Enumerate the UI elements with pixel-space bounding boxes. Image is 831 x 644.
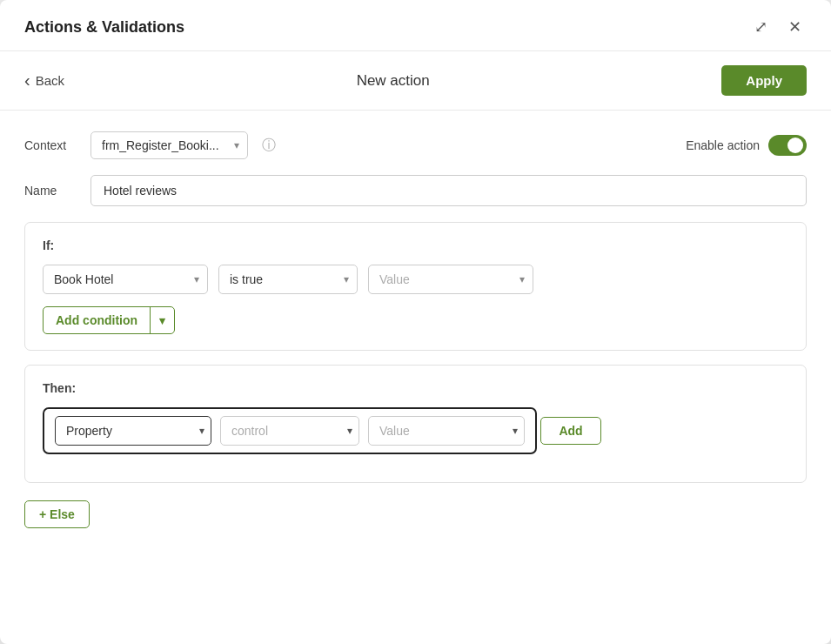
toolbar: ‹ Back New action Apply — [0, 51, 831, 111]
value-select-wrapper: Value ▾ — [368, 416, 525, 446]
info-icon: ⓘ — [262, 137, 276, 155]
then-section: Then: Property ▾ control ▾ Value — [24, 365, 807, 483]
else-button[interactable]: + Else — [24, 500, 90, 528]
condition-row: Book Hotel ▾ is true ▾ Value ▾ — [43, 265, 788, 294]
toggle-slider — [768, 135, 807, 156]
modal-title: Actions & Validations — [24, 18, 184, 37]
condition-val-select[interactable]: Value — [368, 265, 533, 294]
modal-header: Actions & Validations ⤢ ✕ — [0, 0, 831, 51]
add-condition-label: Add condition — [44, 307, 151, 333]
modal-header-icons: ⤢ ✕ — [749, 16, 807, 38]
property-select[interactable]: Property — [55, 416, 211, 446]
name-label: Name — [24, 184, 77, 198]
content: Context frm_Register_Booki... ▾ ⓘ Enable… — [0, 111, 831, 549]
close-icon: ✕ — [788, 17, 801, 37]
control-select-wrapper: control ▾ — [220, 416, 359, 446]
if-label: If: — [43, 238, 788, 252]
name-row: Name — [24, 175, 807, 206]
modal: Actions & Validations ⤢ ✕ ‹ Back New act… — [0, 0, 831, 644]
condition-val-wrapper: Value ▾ — [368, 265, 533, 294]
control-select[interactable]: control — [220, 416, 359, 446]
property-select-wrapper: Property ▾ — [55, 416, 211, 446]
condition-op-wrapper: is true ▾ — [218, 265, 358, 294]
add-condition-button[interactable]: Add condition ▾ — [43, 306, 175, 334]
context-select-wrapper: frm_Register_Booki... ▾ — [90, 131, 248, 159]
toolbar-title: New action — [357, 72, 430, 90]
condition-field-select[interactable]: Book Hotel — [43, 265, 208, 294]
expand-icon: ⤢ — [754, 17, 767, 37]
back-button[interactable]: ‹ Back — [24, 70, 64, 91]
condition-op-select[interactable]: is true — [218, 265, 358, 294]
enable-action-toggle[interactable] — [768, 135, 807, 156]
add-condition-chevron-icon: ▾ — [151, 308, 174, 333]
if-section: If: Book Hotel ▾ is true ▾ Value — [24, 222, 807, 351]
name-input[interactable] — [90, 175, 807, 206]
value-select[interactable]: Value — [368, 416, 525, 446]
context-select[interactable]: frm_Register_Booki... — [90, 131, 248, 159]
close-button[interactable]: ✕ — [783, 16, 807, 38]
back-arrow-icon: ‹ — [24, 70, 30, 91]
then-label: Then: — [43, 381, 788, 395]
condition-field-wrapper: Book Hotel ▾ — [43, 265, 208, 294]
enable-action-label: Enable action — [686, 138, 760, 152]
add-button[interactable]: Add — [540, 417, 600, 445]
then-row-wrapper: Property ▾ control ▾ Value ▾ — [43, 407, 537, 454]
expand-button[interactable]: ⤢ — [749, 16, 773, 38]
context-label: Context — [24, 138, 77, 152]
back-label: Back — [36, 73, 64, 88]
toggle-wrapper: Enable action — [686, 135, 807, 156]
apply-button[interactable]: Apply — [721, 65, 807, 96]
context-row: Context frm_Register_Booki... ▾ ⓘ Enable… — [24, 131, 807, 159]
